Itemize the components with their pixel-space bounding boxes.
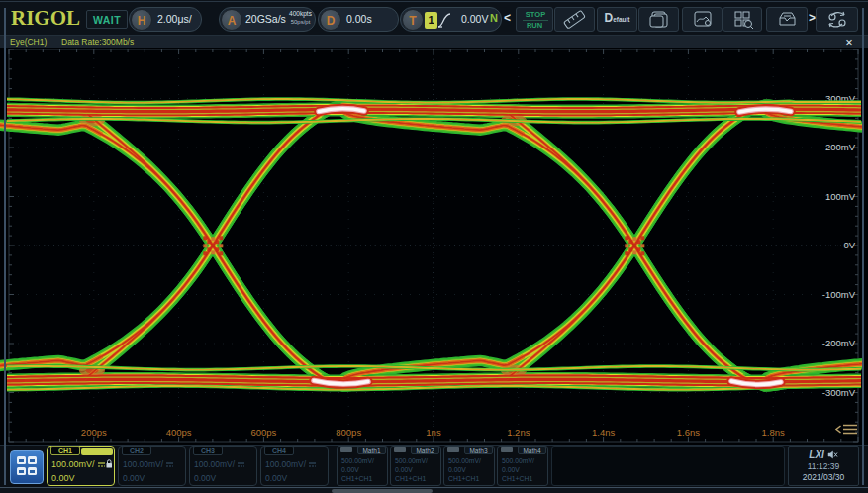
svg-text:600ps: 600ps: [250, 427, 276, 438]
svg-text:200ps: 200ps: [81, 427, 107, 438]
svg-text:200mV: 200mV: [825, 142, 856, 152]
svg-text:1.4ns: 1.4ns: [592, 427, 615, 438]
svg-text:0V: 0V: [843, 240, 855, 250]
svg-text:1.6ns: 1.6ns: [677, 427, 700, 438]
svg-text:1.8ns: 1.8ns: [762, 427, 785, 438]
svg-text:400ps: 400ps: [166, 427, 192, 438]
svg-text:800ps: 800ps: [336, 427, 361, 438]
svg-text:1ns: 1ns: [426, 427, 441, 438]
svg-text:1.2ns: 1.2ns: [507, 427, 530, 438]
svg-text:100mV: 100mV: [825, 191, 856, 202]
svg-text:-100mV: -100mV: [822, 289, 856, 300]
svg-text:-200mV: -200mV: [822, 338, 856, 348]
